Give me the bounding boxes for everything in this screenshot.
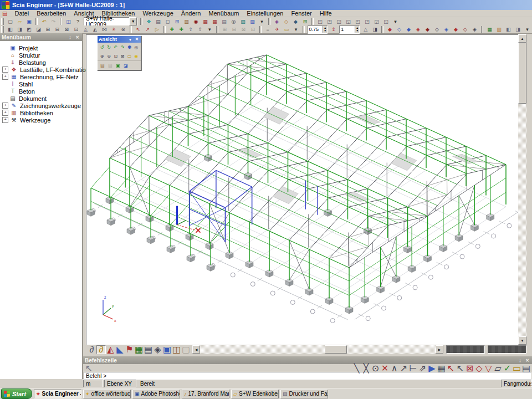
layers-icon[interactable]: ⊞ <box>300 17 310 26</box>
zoom-all-icon[interactable]: ⊠ <box>119 52 126 60</box>
menu-datei[interactable]: Datei <box>11 10 33 17</box>
fly-mode-icon[interactable]: ✈ <box>273 25 282 34</box>
clip-box-icon[interactable]: ▭ <box>126 52 132 60</box>
snap-ok-icon[interactable]: ✓ <box>503 364 512 372</box>
rotate-view-icon[interactable]: ↺ <box>99 43 105 51</box>
combo-dropdown-icon[interactable]: ▼ <box>129 17 137 25</box>
doc-icon[interactable]: ◧ <box>504 25 513 34</box>
perspective-icon[interactable]: ◣ <box>115 345 125 354</box>
snap-endpoint-icon[interactable]: ╲ <box>352 364 361 372</box>
sidebar-item-bibliotheken[interactable]: +▥Bibliotheken <box>2 109 82 116</box>
snap-node-icon[interactable]: ↖ <box>446 364 456 372</box>
scroll-right-icon[interactable]: ▶ <box>436 345 443 354</box>
snap-perp-icon[interactable]: ⊢ <box>408 364 418 372</box>
zoom-out-icon[interactable]: ⊖ <box>105 52 112 60</box>
result-v-icon[interactable]: ◇ <box>395 25 404 34</box>
vscroll-thumb[interactable] <box>518 43 526 104</box>
result-deform-icon[interactable]: ◆ <box>423 25 432 34</box>
snap-arc-icon[interactable]: ▽ <box>484 364 493 372</box>
result-check-icon[interactable]: ◆ <box>451 25 461 34</box>
scroll-up-icon[interactable]: ▲ <box>518 34 526 43</box>
clip-below-icon[interactable]: ◭ <box>90 25 100 34</box>
snap-extension-icon[interactable]: ⇗ <box>418 364 427 372</box>
horizontal-scrollbar[interactable] <box>200 345 436 354</box>
more-edit-icon[interactable]: ▾ <box>205 25 214 34</box>
menu-ndern[interactable]: Ändern <box>177 10 204 17</box>
flag-icon[interactable]: ⚑ <box>125 345 134 354</box>
scroll-left-icon[interactable]: ◀ <box>192 345 200 354</box>
docked-panel-1[interactable] <box>446 345 485 354</box>
scale-icon[interactable]: ⇕ <box>329 25 338 34</box>
status-snap-mode[interactable]: Fangmodus <box>501 380 532 387</box>
sidebar-item-beton[interactable]: TBeton <box>2 88 82 95</box>
view-top-icon[interactable]: ◰ <box>315 17 325 26</box>
open-layer-icon[interactable]: ▭ <box>282 25 291 34</box>
sidebar-item-stahl[interactable]: ⅠStahl <box>2 80 82 88</box>
sidebar-item-belastung[interactable]: ⇓Belastung <box>2 59 82 66</box>
labels-icon[interactable]: ▦ <box>134 345 144 354</box>
command-input[interactable]: Befehl > <box>84 372 531 380</box>
filter-layer-icon[interactable]: ◧ <box>6 25 15 34</box>
scroll-down-icon[interactable]: ▼ <box>518 336 526 345</box>
light-icon[interactable]: ◉ <box>133 52 140 60</box>
snap-point-icon[interactable]: ◇ <box>474 364 484 372</box>
filter-material-icon[interactable]: ◨ <box>15 25 24 34</box>
render-icon[interactable]: ◈ <box>153 345 162 354</box>
paste-disabled-icon[interactable]: ⊠ <box>239 25 248 34</box>
snap-intersection-icon[interactable]: ╳ <box>361 364 371 372</box>
menu-einstellungen[interactable]: Einstellungen <box>243 10 287 17</box>
menu-menbaum[interactable]: Menübaum <box>204 10 243 17</box>
expand-icon[interactable]: + <box>2 110 8 116</box>
more-output-icon[interactable]: ▾ <box>523 25 532 34</box>
sidebar-item-struktur[interactable]: ⌂Struktur <box>2 52 82 59</box>
result-reaction-icon[interactable]: ◇ <box>432 25 442 34</box>
menu-bearbeiten[interactable]: Bearbeiten <box>33 10 70 17</box>
result-uc-icon[interactable]: ◇ <box>461 25 470 34</box>
pin-icon[interactable]: ↨ <box>67 34 73 40</box>
camera-icon[interactable]: ⚉ <box>126 43 132 51</box>
activity-window-icon[interactable]: ⊠ <box>62 25 71 34</box>
pan-view-icon[interactable]: ↶ <box>112 43 119 51</box>
palette-close-icon[interactable]: ✕ <box>134 37 140 42</box>
snap-table-icon[interactable]: ▤ <box>521 364 531 372</box>
snap-tangent-icon[interactable]: ↗ <box>399 364 408 372</box>
select-lasso-icon[interactable]: ▷ <box>152 25 162 34</box>
zoom-in-icon[interactable]: ⊕ <box>99 52 105 60</box>
toolbar-grip[interactable] <box>1 18 4 25</box>
spinner-arrows-icon[interactable]: ▲▼ <box>323 26 327 33</box>
equal-icon[interactable]: = <box>263 25 273 34</box>
project-combo[interactable]: S+W Halle-UC2009 ▼ <box>84 17 137 25</box>
snap-midpoint-icon[interactable]: ⊠ <box>465 364 474 372</box>
sidebar-item-lastfälle-lf-kombinationen[interactable]: +❖Lastfälle, LF-Kombinationen <box>2 66 82 73</box>
menu-werkzeuge[interactable]: Werkzeuge <box>139 10 177 17</box>
vertical-scrollbar[interactable]: ▲ ▼ <box>518 34 526 345</box>
filter-type-icon[interactable]: ◩ <box>24 25 34 34</box>
taskbar-task-office-wörterbuch[interactable]: ✦office wörterbuch ... <box>83 390 131 398</box>
3d-viewport[interactable]: zyx <box>86 34 519 345</box>
rotate-icon[interactable]: ⇧ <box>196 25 205 34</box>
cursor-snap-icon[interactable]: ▶ <box>427 364 437 372</box>
store-view-icon[interactable]: ▤ <box>99 62 106 69</box>
command-line-caption[interactable]: Befehlszeile ↨ ✕ <box>83 356 532 364</box>
dot-grid-icon[interactable]: ▦ <box>437 364 446 372</box>
orbit-view-icon[interactable]: ↷ <box>119 43 126 51</box>
locked-icon[interactable]: ▢ <box>181 345 191 354</box>
start-button[interactable]: Start <box>1 388 32 399</box>
delete-disabled-icon[interactable]: ⊡ <box>248 25 258 34</box>
result-contact-icon[interactable]: ◈ <box>442 25 451 34</box>
shading-icon[interactable]: ◭ <box>106 345 115 354</box>
clipping-icon[interactable]: ∂ <box>87 345 96 354</box>
menu-hilfe[interactable]: Hilfe <box>316 10 336 17</box>
taskbar-task-adobe-photoshop[interactable]: ▣Adobe Photoshop ... <box>132 390 180 398</box>
spinner-arrows-icon[interactable]: ▲▼ <box>355 26 359 33</box>
snap-edge-icon[interactable]: ↖ <box>456 364 465 372</box>
layers-vp-icon[interactable]: ◫ <box>172 345 181 354</box>
docked-panel-2[interactable] <box>488 345 526 354</box>
view-settings-icon[interactable]: ◪ <box>122 62 130 69</box>
filter-section-icon[interactable]: ◪ <box>34 25 43 34</box>
expand-icon[interactable]: + <box>2 117 8 123</box>
result-stress-icon[interactable]: ◈ <box>413 25 423 34</box>
taskbar-task-17-branford-marsa[interactable]: ♪17. Branford Marsa... <box>182 390 229 398</box>
expand-icon[interactable]: + <box>2 103 8 109</box>
add-node-icon[interactable]: ✚ <box>167 25 177 34</box>
